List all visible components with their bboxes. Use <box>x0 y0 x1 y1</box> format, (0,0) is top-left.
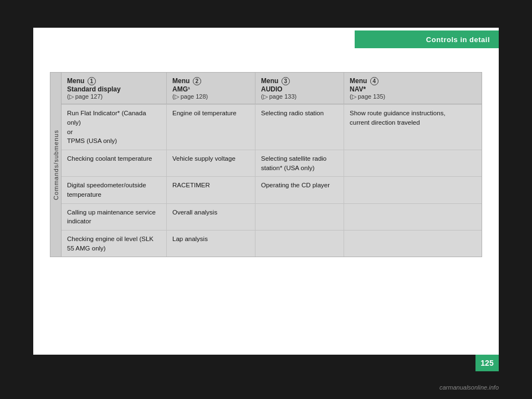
page-number-badge: 125 <box>475 355 499 371</box>
col-header-2: Menu 2 AMG¹ (▷ page 128) <box>167 73 255 104</box>
table-row: Run Flat Indicator* (Canada only)orTPMS … <box>62 104 482 150</box>
menu-pageref-2: (▷ page 128) <box>172 93 249 100</box>
circle-num-2: 2 <box>193 77 201 85</box>
cell-r1-c3: Selecting satellite radio station* (USA … <box>255 150 344 176</box>
cell-r4-c4 <box>344 231 452 257</box>
cell-r4-c1: Checking engine oil level (SLK 55 AMG on… <box>62 231 167 257</box>
page-number: 125 <box>480 359 493 367</box>
cell-r2-c3: Operating the CD player <box>255 177 344 203</box>
data-rows: Run Flat Indicator* (Canada only)orTPMS … <box>62 104 482 257</box>
menu-sublabel-4: NAV* <box>350 85 447 93</box>
col-header-1: Menu 1 Standard display (▷ page 127) <box>62 73 167 104</box>
circle-num-4: 4 <box>370 77 378 85</box>
cell-r4-c3 <box>255 231 344 257</box>
table-row: Calling up maintenance service indicator… <box>62 203 482 230</box>
cell-r3-c3 <box>255 204 344 230</box>
watermark: carmanualsonline.info <box>439 384 499 391</box>
cell-r1-c1: Checking coolant temperature <box>62 150 167 176</box>
cell-r2-c2: RACETIMER <box>167 177 255 203</box>
cell-r2-c1: Digital speedometer/outside temperature <box>62 177 167 203</box>
menu-label-1: Menu 1 <box>67 77 161 85</box>
cell-r3-c2: Overall analysis <box>167 204 255 230</box>
header-title: Controls in detail <box>426 35 490 44</box>
cell-r4-c2: Lap analysis <box>167 231 255 257</box>
cell-r0-c3: Selecting radio station <box>255 105 344 150</box>
menu-label-3: Menu 3 <box>261 77 338 85</box>
menu-sublabel-2: AMG¹ <box>172 85 249 93</box>
menu-pageref-4: (▷ page 135) <box>350 93 447 100</box>
menu-sublabel-1: Standard display <box>67 85 161 93</box>
circle-num-3: 3 <box>282 77 290 85</box>
cell-r1-c2: Vehicle supply voltage <box>167 150 255 176</box>
column-headers: Menu 1 Standard display (▷ page 127) Men… <box>62 73 482 104</box>
menu-pageref-1: (▷ page 127) <box>67 93 161 100</box>
header-bar: Controls in detail <box>355 30 499 48</box>
cell-r3-c4 <box>344 204 452 230</box>
cell-r2-c4 <box>344 177 452 203</box>
col-header-4: Menu 4 NAV* (▷ page 135) <box>344 73 452 104</box>
main-table: Commands/submenus Menu 1 Standard displa… <box>50 72 482 257</box>
menu-pageref-3: (▷ page 133) <box>261 93 338 100</box>
cell-r1-c4 <box>344 150 452 176</box>
menu-label-2: Menu 2 <box>172 77 249 85</box>
cell-r0-c1: Run Flat Indicator* (Canada only)orTPMS … <box>62 105 167 150</box>
table-wrapper: Commands/submenus Menu 1 Standard displa… <box>50 72 482 257</box>
menu-sublabel-3: AUDIO <box>261 85 338 93</box>
col-header-3: Menu 3 AUDIO (▷ page 133) <box>255 73 344 104</box>
circle-num-1: 1 <box>88 77 96 85</box>
table-row: Checking engine oil level (SLK 55 AMG on… <box>62 230 482 257</box>
vertical-label-container: Commands/submenus <box>50 73 62 257</box>
table-row: Checking coolant temperature Vehicle sup… <box>62 150 482 176</box>
menu-label-4: Menu 4 <box>350 77 447 85</box>
table-row: Digital speedometer/outside temperature … <box>62 176 482 203</box>
cell-r3-c1: Calling up maintenance service indicator <box>62 204 167 230</box>
table-right: Menu 1 Standard display (▷ page 127) Men… <box>62 73 482 257</box>
vertical-label: Commands/submenus <box>53 130 59 200</box>
cell-r0-c4: Show route guidance instructions, curren… <box>344 105 452 150</box>
cell-r0-c2: Engine oil temperature <box>167 105 255 150</box>
